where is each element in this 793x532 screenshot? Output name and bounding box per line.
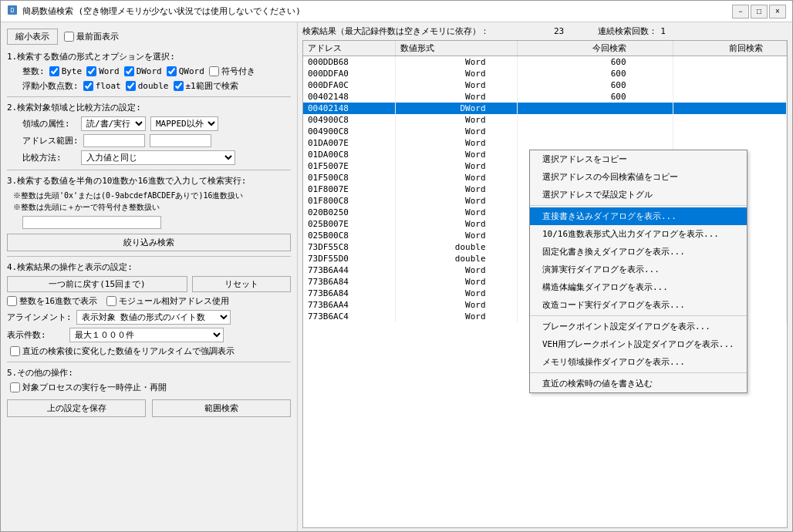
context-menu-item[interactable]: メモリ領域操作ダイアログを表示...	[530, 353, 747, 371]
align-select[interactable]: 表示対象 数値の形式のバイト数	[76, 310, 231, 325]
range-search-button[interactable]: 範囲検索	[152, 399, 291, 417]
align-row: アラインメント: 表示対象 数値の形式のバイト数	[7, 310, 291, 325]
qword-check[interactable]	[167, 66, 177, 76]
cell-prev	[673, 68, 786, 79]
app-icon: Ω	[7, 5, 18, 18]
shrink-button[interactable]: 縮小表示	[7, 29, 58, 45]
byte-check[interactable]	[49, 66, 59, 76]
cell-format: Word	[395, 137, 517, 149]
section4-title: 4.検索結果の操作と表示の設定:	[7, 261, 291, 273]
area-attr-select[interactable]: 読/書/実行	[81, 116, 146, 131]
minimize-button[interactable]: －	[732, 5, 749, 19]
qword-label[interactable]: QWord	[167, 66, 204, 76]
module-rel-check[interactable]	[106, 296, 116, 306]
cell-prev	[673, 91, 786, 103]
byte-label[interactable]: Byte	[49, 66, 83, 76]
cell-address: 01F8007E	[303, 184, 395, 195]
cell-format: Word	[395, 68, 517, 79]
section1-title: 1.検索する数値の形式とオプションを選択:	[7, 51, 291, 62]
top-buttons: 縮小表示 最前面表示	[7, 29, 291, 45]
last-screen-check[interactable]	[64, 32, 74, 42]
signed-check[interactable]	[209, 66, 219, 76]
table-row[interactable]: 000DDB68Word600	[303, 56, 787, 69]
realtime-check[interactable]	[10, 346, 20, 356]
maximize-button[interactable]: □	[751, 5, 768, 19]
col-prev: 前回検索	[673, 41, 786, 56]
context-menu-item[interactable]: 固定化書き換えダイアログを表示...	[530, 243, 747, 261]
context-menu-item[interactable]: 演算実行ダイアログを表示...	[530, 261, 747, 278]
addr-range-label: アドレス範囲:	[22, 135, 79, 146]
svg-text:Ω: Ω	[11, 7, 15, 14]
dword-label[interactable]: DWord	[124, 66, 162, 76]
cell-prev	[673, 56, 786, 69]
float-row: 浮動小数点数: float double ±1範囲で検索	[7, 80, 291, 92]
cell-address: 004900C8	[303, 114, 395, 126]
context-menu-item[interactable]: 構造体編集ダイアログを表示...	[530, 278, 747, 296]
word-label[interactable]: Word	[86, 66, 120, 76]
last-screen-label[interactable]: 最前面表示	[64, 31, 119, 42]
search-value-row: 600	[7, 216, 291, 229]
align-label: アラインメント:	[7, 311, 72, 323]
area-mapped-select[interactable]: MAPPED以外	[150, 116, 218, 131]
signed-label[interactable]: 符号付き	[209, 66, 255, 77]
cell-address: 73DF55D0	[303, 253, 395, 264]
cell-prev	[673, 103, 786, 114]
float-check-label[interactable]: float	[83, 81, 121, 91]
results-count: 23	[554, 26, 564, 36]
cell-current	[517, 126, 673, 137]
context-menu-item[interactable]: 選択アドレスをコピー	[530, 150, 747, 168]
cell-address: 773B6A84	[303, 276, 395, 288]
table-row[interactable]: 00402148DWord	[303, 103, 787, 114]
context-menu-item[interactable]: 直近の検索時の値を書き込む	[530, 375, 747, 392]
table-row[interactable]: 000DDFA0Word600	[303, 68, 787, 79]
cell-address: 000DDFA0	[303, 68, 395, 79]
cell-format: Word	[395, 56, 517, 69]
back-button[interactable]: 一つ前に戻す(15回まで)	[7, 276, 187, 292]
bottom-buttons: 上の設定を保存 範囲検索	[7, 399, 291, 417]
suspend-check[interactable]	[10, 382, 20, 392]
compare-select[interactable]: 入力値と同じ	[81, 150, 235, 165]
search-value-input[interactable]: 600	[22, 216, 161, 229]
plusminus-check[interactable]	[174, 81, 184, 91]
window-title: 簡易数値検索 (空き物理メモリが少ない状況では使用しないでください)	[22, 5, 301, 17]
col-format: 数値形式	[395, 41, 517, 56]
hex16-label[interactable]: 整数を16進数で表示	[7, 295, 97, 307]
display-count-select[interactable]: 最大１０００件	[69, 328, 224, 342]
cell-address: 000DFA0C	[303, 79, 395, 91]
cell-address: 000DDB68	[303, 56, 395, 69]
double-check[interactable]	[126, 81, 136, 91]
hex16-check[interactable]	[7, 296, 17, 306]
plusminus-check-label[interactable]: ±1範囲で検索	[174, 80, 238, 92]
table-row[interactable]: 01DA007EWord	[303, 137, 787, 149]
suspend-label[interactable]: 対象プロセスの実行を一時停止・再開	[10, 382, 291, 393]
close-button[interactable]: ×	[769, 5, 786, 19]
dword-check[interactable]	[124, 66, 134, 76]
cell-format: Word	[395, 207, 517, 218]
addr-from-input[interactable]: 00010000	[83, 134, 145, 147]
addr-to-input[interactable]: 7FFEFFFF	[150, 134, 211, 147]
cell-format: Word	[395, 184, 517, 195]
module-rel-label[interactable]: モジュール相対アドレス使用	[106, 295, 229, 307]
table-row[interactable]: 004900C8Word	[303, 126, 787, 137]
cell-format: Word	[395, 288, 517, 299]
double-check-label[interactable]: double	[126, 81, 169, 91]
table-row[interactable]: 00402148Word600	[303, 91, 787, 103]
reset-button[interactable]: リセット	[192, 276, 291, 292]
context-menu-item[interactable]: 選択アドレスで栞設定トグル	[530, 186, 747, 204]
table-row[interactable]: 004900C8Word	[303, 114, 787, 126]
narrow-search-button[interactable]: 絞り込み検索	[7, 234, 291, 251]
table-row[interactable]: 000DFA0CWord600	[303, 79, 787, 91]
note2: ※整数は先頭に＋かーで符号付き整数扱い	[13, 201, 291, 213]
float-check[interactable]	[83, 81, 93, 91]
context-menu-item[interactable]: 選択アドレスの今回検索値をコピー	[530, 168, 747, 186]
context-menu-item[interactable]: ブレークポイント設定ダイアログを表示...	[530, 318, 747, 335]
word-check[interactable]	[86, 66, 96, 76]
realtime-label[interactable]: 直近の検索後に変化した数値をリアルタイムで強調表示	[10, 345, 291, 357]
context-menu-item[interactable]: 改造コード実行ダイアログを表示...	[530, 296, 747, 314]
context-menu-item[interactable]: 10/16進数表形式入出力ダイアログを表示...	[530, 225, 747, 243]
cell-format: Word	[395, 311, 517, 322]
context-menu-item[interactable]: VEH用ブレークポイント設定ダイアログを表示...	[530, 335, 747, 353]
cell-current: 600	[517, 68, 673, 79]
save-button[interactable]: 上の設定を保存	[7, 399, 146, 417]
context-menu-item[interactable]: 直接書き込みダイアログを表示...	[530, 207, 747, 225]
